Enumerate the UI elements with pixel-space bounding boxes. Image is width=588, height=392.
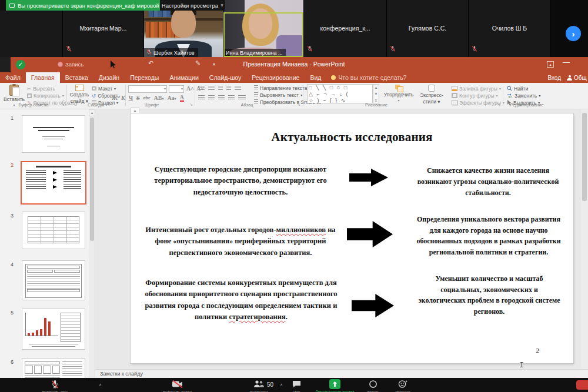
slide-textbox-right-2[interactable]: Определения уникального вектора развития…: [413, 214, 564, 257]
participants-chevron[interactable]: ∧: [280, 383, 283, 387]
strikethrough-button[interactable]: S: [136, 95, 140, 101]
slide-canvas[interactable]: Актуальность исследования Существующие г…: [131, 113, 573, 363]
list-buttons: [198, 85, 241, 92]
share-screen-button[interactable]: Демонстрация экрана: [329, 379, 340, 389]
thumbnail-slide-1[interactable]: [22, 115, 85, 153]
layout-button[interactable]: Макет▾: [92, 85, 116, 92]
align-center-icon[interactable]: [208, 95, 215, 100]
leave-meeting-button[interactable]: [576, 380, 588, 390]
thumbnail-slide-6[interactable]: [22, 358, 85, 378]
next-participants-button[interactable]: ›: [566, 26, 581, 41]
sign-in-button[interactable]: Вход: [547, 75, 561, 81]
tab-slideshow[interactable]: Слайд-шоу: [204, 72, 246, 83]
ribbon-tab-row: Файл Главная Вставка Дизайн Переходы Ани…: [0, 72, 588, 83]
video-tile-inna[interactable]: Инна Владимировна ...: [223, 0, 304, 57]
collapse-ribbon-button[interactable]: ▴: [131, 108, 139, 113]
view-options-button[interactable]: Настройки просмотра ∨: [160, 0, 225, 11]
find-button[interactable]: Найти: [507, 85, 528, 92]
shapes-gallery-scroll[interactable]: ▲▼≡: [373, 84, 379, 103]
arrow-shape-2[interactable]: [347, 221, 393, 247]
share-label: Общий доступ: [574, 75, 587, 81]
arrange-button[interactable]: Упорядочить ▾: [382, 85, 415, 102]
slide-textbox-left-3[interactable]: Формирование системы конкурентных преиму…: [142, 277, 340, 323]
muted-mic-icon: [66, 43, 72, 54]
slide-textbox-right-1[interactable]: Снижается качество жизни населения возни…: [412, 165, 564, 199]
tab-insert[interactable]: Вставка: [60, 72, 93, 83]
editing-group-label: Редактирование: [505, 102, 549, 108]
quick-styles-button[interactable]: Экспресс- стили ▾: [416, 85, 447, 105]
numbering-icon[interactable]: [208, 86, 215, 91]
tab-file[interactable]: Файл: [0, 72, 26, 83]
reactions-button[interactable]: Реакции: [397, 380, 408, 388]
thumbnail-slide-2-selected[interactable]: [21, 161, 86, 205]
tell-me-box[interactable]: Что вы хотите сделать?: [326, 72, 411, 83]
scrollbar-thumb[interactable]: [582, 113, 587, 201]
dialog-launcher-icon[interactable]: ↘: [497, 102, 500, 107]
ribbon-display-options-button[interactable]: ▴: [547, 61, 554, 68]
text-shadow-button[interactable]: abc: [143, 95, 151, 100]
align-left-icon[interactable]: [198, 95, 205, 100]
slide-title[interactable]: Актуальность исследования: [131, 130, 573, 145]
italic-button[interactable]: К: [121, 95, 125, 101]
tab-home[interactable]: Главная: [26, 72, 60, 83]
columns-icon[interactable]: [238, 95, 246, 100]
muted-mic-icon: [390, 43, 396, 54]
copy-button[interactable]: Копировать▾: [27, 92, 64, 99]
font-color-button[interactable]: А: [180, 94, 184, 102]
bullets-icon[interactable]: [198, 86, 205, 91]
arrow-shape-1[interactable]: [349, 169, 388, 186]
font-size-combobox[interactable]: [169, 85, 184, 93]
thumbnail-slide-3[interactable]: [22, 212, 85, 249]
scroll-up-arrow[interactable]: ▴: [89, 109, 95, 116]
tab-review[interactable]: Рецензирование: [246, 72, 305, 83]
tab-design[interactable]: Дизайн: [93, 72, 125, 83]
dialog-launcher-icon[interactable]: ↘: [61, 102, 65, 107]
unmute-button[interactable]: Включить звук: [51, 380, 59, 389]
video-tile-conference[interactable]: конференция_к...: [304, 0, 387, 57]
scrollbar-thumb[interactable]: [90, 118, 94, 241]
indent-increase-icon[interactable]: [226, 86, 231, 91]
bold-button[interactable]: Ж: [112, 95, 118, 101]
shape-outline-button[interactable]: Контур фигуры▾: [452, 92, 497, 99]
indent-decrease-icon[interactable]: [218, 86, 223, 91]
new-slide-button[interactable]: Создать слайд ▾: [69, 85, 90, 104]
slide-textbox-right-3[interactable]: Уменьшит количество и масштаб социальных…: [416, 273, 562, 317]
dialog-launcher-icon[interactable]: ↘: [297, 102, 300, 107]
video-tile-ochilov[interactable]: Очилов Ш Б: [469, 0, 551, 57]
notes-pane[interactable]: Заметки к слайду: [95, 369, 588, 378]
font-name-combobox[interactable]: [128, 85, 167, 93]
banner-message: Вы просматриваете экран конференция_каф …: [18, 2, 160, 9]
underline-button[interactable]: Ч: [129, 95, 133, 101]
minimize-button[interactable]: —: [560, 58, 573, 70]
participant-name: Шербек Хайитов: [153, 50, 195, 56]
replace-button[interactable]: Заменить▾: [507, 92, 540, 99]
thumbnail-slide-5[interactable]: [22, 309, 85, 350]
share-button[interactable]: Общий доступ: [567, 75, 587, 81]
arrow-shape-3[interactable]: [352, 294, 394, 317]
slide-textbox-left-2[interactable]: Интенсивный рост отдельных городов-милли…: [145, 225, 336, 259]
change-case-button[interactable]: Аа▾: [168, 95, 176, 101]
start-video-button[interactable]: Включить видео: [172, 380, 183, 388]
cut-button[interactable]: ✂Вырезать: [27, 85, 55, 92]
shapes-gallery[interactable]: □ ╲ ╲ □ ○ □△ ⌐ ¬ → ↓ (☆ ) ~ { } ∿: [307, 84, 373, 103]
thumbnail-slide-4[interactable]: [22, 260, 85, 300]
tab-transitions[interactable]: Переходы: [125, 72, 164, 83]
align-right-icon[interactable]: [218, 95, 225, 100]
slide-textbox-left-1[interactable]: Существующие городские диспропорции иска…: [145, 164, 336, 198]
participants-button[interactable]: Участники: [253, 380, 265, 388]
record-button[interactable]: Запись: [369, 380, 377, 388]
align-text-button[interactable]: Выровнять текст▾: [254, 92, 302, 98]
dialog-launcher-icon[interactable]: ↘: [189, 102, 193, 107]
tab-view[interactable]: Вид: [305, 72, 326, 83]
mic-options-chevron[interactable]: ∧: [99, 383, 102, 387]
video-tile-gulyamov[interactable]: Гулямов С.С.: [387, 0, 469, 57]
shape-fill-button[interactable]: Заливка фигуры▾: [452, 85, 501, 92]
char-spacing-button[interactable]: АВ▾: [154, 95, 164, 101]
slide-page-number[interactable]: 2: [536, 347, 540, 354]
tab-animations[interactable]: Анимации: [164, 72, 203, 83]
clipboard-group-label: Буфер обмена: [2, 102, 65, 108]
slide-number: 6: [11, 359, 14, 365]
justify-icon[interactable]: [228, 95, 235, 100]
line-spacing-icon[interactable]: [235, 86, 241, 91]
chat-button[interactable]: Чат: [292, 380, 302, 388]
